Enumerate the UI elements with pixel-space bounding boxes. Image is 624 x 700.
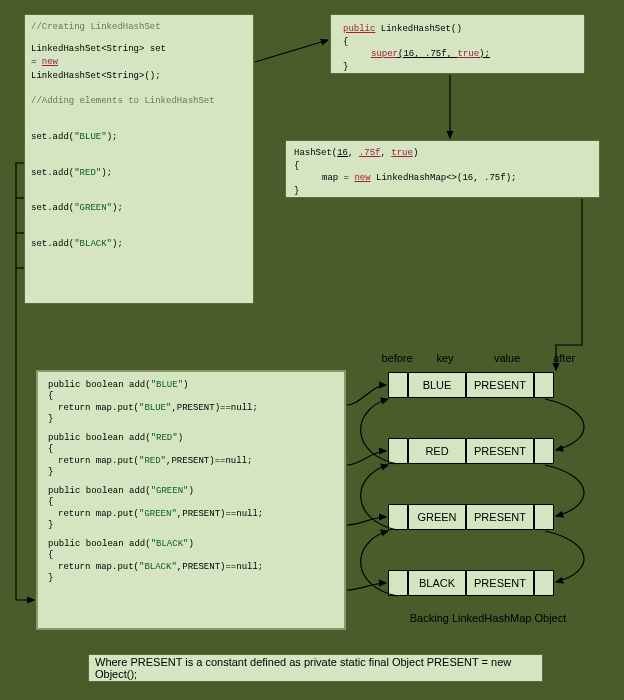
code-line: return map.put("GREEN",PRESENT)==null; xyxy=(48,509,334,520)
add-call-green: set.add("GREEN"); xyxy=(31,202,247,215)
add-call-red: set.add("RED"); xyxy=(31,167,247,180)
text: map = xyxy=(322,173,354,183)
code-line: LinkedHashSet<String> set xyxy=(31,43,247,56)
keyword: new xyxy=(354,173,370,183)
keyword-new: new xyxy=(42,57,58,67)
node-row: GREEN PRESENT xyxy=(388,504,554,530)
text: .75f xyxy=(425,49,447,59)
code-line: = new xyxy=(31,56,247,69)
add-method-block: public boolean add("RED"){return map.put… xyxy=(48,433,334,478)
add-method-block: public boolean add("BLUE"){return map.pu… xyxy=(48,380,334,425)
header-key: key xyxy=(420,352,470,364)
text: .75f xyxy=(359,148,381,158)
string: "RED" xyxy=(74,168,101,178)
cell-before xyxy=(388,438,408,464)
add-method-block: public boolean add("GREEN"){return map.p… xyxy=(48,486,334,531)
footer-note: Where PRESENT is a constant defined as p… xyxy=(88,654,543,682)
text: set.add( xyxy=(31,168,74,178)
text: LinkedHashSet() xyxy=(375,24,461,34)
cell-key: BLUE xyxy=(408,372,466,398)
brace: { xyxy=(48,444,334,455)
keyword: true xyxy=(457,49,479,59)
cell-before xyxy=(388,570,408,596)
brace: { xyxy=(343,36,572,49)
cell-before xyxy=(388,372,408,398)
brace: { xyxy=(294,160,591,173)
code-line: super(16, .75f, true); xyxy=(343,48,572,61)
constructor-box: public LinkedHashSet() { super(16, .75f,… xyxy=(330,14,585,74)
string: "BLUE" xyxy=(74,132,106,142)
node-row: BLUE PRESENT xyxy=(388,372,554,398)
text: ); xyxy=(479,49,490,59)
text: = xyxy=(31,57,42,67)
hashset-box: HashSet(16, .75f, true) { map = new Link… xyxy=(285,140,600,198)
add-methods-box: public boolean add("BLUE"){return map.pu… xyxy=(36,370,346,630)
code-line: public boolean add("GREEN") xyxy=(48,486,334,497)
cell-key: RED xyxy=(408,438,466,464)
cell-key: GREEN xyxy=(408,504,466,530)
cell-value: PRESENT xyxy=(466,504,534,530)
text: set.add( xyxy=(31,239,74,249)
add-call-black: set.add("BLACK"); xyxy=(31,238,247,251)
text: ) xyxy=(413,148,418,158)
text: 16 xyxy=(337,148,348,158)
string: "GREEN" xyxy=(74,203,112,213)
text: ); xyxy=(101,168,112,178)
header-after: after xyxy=(544,352,584,364)
cell-value: PRESENT xyxy=(466,438,534,464)
text: (16, xyxy=(398,49,425,59)
brace: } xyxy=(343,61,572,74)
code-line: public boolean add("RED") xyxy=(48,433,334,444)
cell-before xyxy=(388,504,408,530)
text: , xyxy=(348,148,359,158)
text: ); xyxy=(112,203,123,213)
code-line: HashSet(16, .75f, true) xyxy=(294,147,591,160)
code-line: return map.put("BLUE",PRESENT)==null; xyxy=(48,403,334,414)
keyword: super xyxy=(371,49,398,59)
brace: } xyxy=(48,573,334,584)
brace: } xyxy=(48,520,334,531)
text: HashSet( xyxy=(294,148,337,158)
text: ); xyxy=(107,132,118,142)
brace: } xyxy=(294,185,591,198)
keyword: public xyxy=(343,24,375,34)
brace: { xyxy=(48,497,334,508)
code-line: LinkedHashSet<String>(); xyxy=(31,70,247,83)
cell-value: PRESENT xyxy=(466,570,534,596)
text: , xyxy=(447,49,458,59)
node-row: RED PRESENT xyxy=(388,438,554,464)
text: ); xyxy=(112,239,123,249)
code-line: return map.put("BLACK",PRESENT)==null; xyxy=(48,562,334,573)
cell-after xyxy=(534,570,554,596)
code-line: return map.put("RED",PRESENT)==null; xyxy=(48,456,334,467)
text: set.add( xyxy=(31,132,74,142)
keyword: true xyxy=(391,148,413,158)
brace: { xyxy=(48,391,334,402)
header-value: value xyxy=(473,352,541,364)
cell-value: PRESENT xyxy=(466,372,534,398)
node-headers: before key value after xyxy=(377,352,584,364)
text: LinkedHashMap<>(16, .75f); xyxy=(371,173,517,183)
add-call-blue: set.add("BLUE"); xyxy=(31,131,247,144)
node-row: BLACK PRESENT xyxy=(388,570,554,596)
cell-after xyxy=(534,504,554,530)
code-line: public boolean add("BLACK") xyxy=(48,539,334,550)
header-before: before xyxy=(377,352,417,364)
brace: { xyxy=(48,550,334,561)
code-box-creating: //Creating LinkedHashSet LinkedHashSet<S… xyxy=(24,14,254,304)
comment: //Creating LinkedHashSet xyxy=(31,21,247,34)
cell-after xyxy=(534,372,554,398)
code-line: public boolean add("BLUE") xyxy=(48,380,334,391)
string: "BLACK" xyxy=(74,239,112,249)
brace: } xyxy=(48,414,334,425)
backing-caption: Backing LinkedHashMap Object xyxy=(388,612,588,624)
code-line: public LinkedHashSet() xyxy=(343,23,572,36)
cell-after xyxy=(534,438,554,464)
add-method-block: public boolean add("BLACK"){return map.p… xyxy=(48,539,334,584)
cell-key: BLACK xyxy=(408,570,466,596)
comment: //Adding elements to LinkedHashSet xyxy=(31,95,247,108)
brace: } xyxy=(48,467,334,478)
text: set.add( xyxy=(31,203,74,213)
text: , xyxy=(380,148,391,158)
code-line: map = new LinkedHashMap<>(16, .75f); xyxy=(294,172,591,185)
